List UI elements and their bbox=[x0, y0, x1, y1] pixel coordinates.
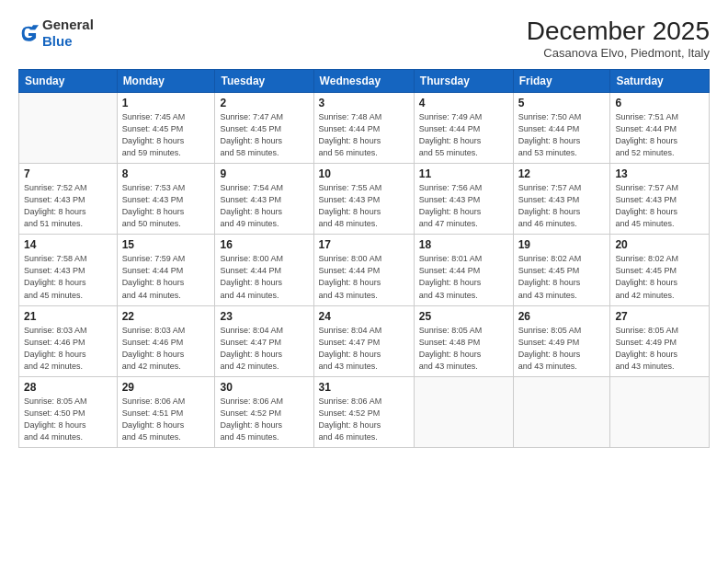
day-number: 6 bbox=[615, 97, 704, 109]
logo: General Blue bbox=[18, 17, 94, 50]
calendar-cell: 1Sunrise: 7:45 AM Sunset: 4:45 PM Daylig… bbox=[117, 93, 215, 164]
calendar-cell: 24Sunrise: 8:04 AM Sunset: 4:47 PM Dayli… bbox=[313, 305, 414, 376]
calendar-header-monday: Monday bbox=[117, 70, 215, 93]
day-number: 3 bbox=[319, 97, 409, 109]
day-number: 7 bbox=[24, 167, 112, 180]
calendar-header-friday: Friday bbox=[513, 70, 610, 93]
calendar-cell: 6Sunrise: 7:51 AM Sunset: 4:44 PM Daylig… bbox=[610, 93, 710, 164]
calendar-cell: 20Sunrise: 8:02 AM Sunset: 4:45 PM Dayli… bbox=[610, 235, 710, 305]
logo-blue: Blue bbox=[42, 33, 73, 49]
day-number: 15 bbox=[122, 238, 210, 251]
calendar-cell: 28Sunrise: 8:05 AM Sunset: 4:50 PM Dayli… bbox=[19, 376, 118, 447]
day-info: Sunrise: 8:06 AM Sunset: 4:51 PM Dayligh… bbox=[122, 396, 210, 443]
day-info: Sunrise: 7:55 AM Sunset: 4:43 PM Dayligh… bbox=[319, 182, 409, 230]
day-info: Sunrise: 8:02 AM Sunset: 4:45 PM Dayligh… bbox=[615, 253, 704, 301]
day-number: 25 bbox=[419, 310, 508, 323]
calendar-cell: 4Sunrise: 7:49 AM Sunset: 4:44 PM Daylig… bbox=[414, 93, 513, 164]
day-number: 31 bbox=[319, 381, 409, 394]
day-number: 9 bbox=[220, 167, 308, 180]
day-info: Sunrise: 8:05 AM Sunset: 4:49 PM Dayligh… bbox=[518, 325, 606, 373]
calendar-cell: 26Sunrise: 8:05 AM Sunset: 4:49 PM Dayli… bbox=[513, 305, 610, 376]
calendar-header-row: SundayMondayTuesdayWednesdayThursdayFrid… bbox=[19, 70, 710, 93]
day-number: 29 bbox=[122, 381, 210, 394]
calendar-header-wednesday: Wednesday bbox=[313, 70, 414, 93]
day-info: Sunrise: 8:03 AM Sunset: 4:46 PM Dayligh… bbox=[24, 325, 112, 373]
calendar-header-saturday: Saturday bbox=[610, 70, 710, 93]
day-info: Sunrise: 8:06 AM Sunset: 4:52 PM Dayligh… bbox=[319, 396, 409, 443]
day-number: 18 bbox=[419, 238, 508, 251]
day-number: 2 bbox=[220, 97, 308, 109]
page: General Blue December 2025 Casanova Elvo… bbox=[0, 0, 728, 563]
calendar-cell: 22Sunrise: 8:03 AM Sunset: 4:46 PM Dayli… bbox=[117, 305, 215, 376]
day-info: Sunrise: 8:06 AM Sunset: 4:52 PM Dayligh… bbox=[220, 396, 308, 443]
calendar-cell bbox=[610, 376, 710, 447]
day-info: Sunrise: 8:00 AM Sunset: 4:44 PM Dayligh… bbox=[319, 253, 409, 301]
calendar-week-5: 28Sunrise: 8:05 AM Sunset: 4:50 PM Dayli… bbox=[19, 376, 710, 447]
calendar-cell: 18Sunrise: 8:01 AM Sunset: 4:44 PM Dayli… bbox=[414, 235, 513, 305]
day-info: Sunrise: 7:48 AM Sunset: 4:44 PM Dayligh… bbox=[319, 111, 409, 159]
day-info: Sunrise: 7:52 AM Sunset: 4:43 PM Dayligh… bbox=[24, 182, 112, 230]
calendar-cell bbox=[414, 376, 513, 447]
calendar: SundayMondayTuesdayWednesdayThursdayFrid… bbox=[18, 69, 710, 448]
calendar-cell: 12Sunrise: 7:57 AM Sunset: 4:43 PM Dayli… bbox=[513, 164, 610, 235]
calendar-cell: 30Sunrise: 8:06 AM Sunset: 4:52 PM Dayli… bbox=[215, 376, 313, 447]
logo-text: General Blue bbox=[42, 17, 94, 50]
day-number: 27 bbox=[615, 310, 704, 323]
calendar-cell bbox=[19, 93, 118, 164]
day-info: Sunrise: 7:57 AM Sunset: 4:43 PM Dayligh… bbox=[518, 182, 606, 230]
calendar-cell: 14Sunrise: 7:58 AM Sunset: 4:43 PM Dayli… bbox=[19, 235, 118, 305]
day-number: 13 bbox=[615, 167, 704, 180]
day-info: Sunrise: 8:05 AM Sunset: 4:48 PM Dayligh… bbox=[419, 325, 508, 373]
day-number: 28 bbox=[24, 381, 112, 394]
location: Casanova Elvo, Piedmont, Italy bbox=[527, 46, 710, 60]
day-info: Sunrise: 8:05 AM Sunset: 4:50 PM Dayligh… bbox=[24, 396, 112, 443]
day-number: 11 bbox=[419, 167, 508, 180]
logo-general: General bbox=[42, 17, 94, 32]
day-info: Sunrise: 7:54 AM Sunset: 4:43 PM Dayligh… bbox=[220, 182, 308, 230]
day-number: 30 bbox=[220, 381, 308, 394]
calendar-cell: 16Sunrise: 8:00 AM Sunset: 4:44 PM Dayli… bbox=[215, 235, 313, 305]
calendar-cell: 8Sunrise: 7:53 AM Sunset: 4:43 PM Daylig… bbox=[117, 164, 215, 235]
day-number: 4 bbox=[419, 97, 508, 109]
day-number: 5 bbox=[518, 97, 606, 109]
calendar-cell: 15Sunrise: 7:59 AM Sunset: 4:44 PM Dayli… bbox=[117, 235, 215, 305]
calendar-cell: 27Sunrise: 8:05 AM Sunset: 4:49 PM Dayli… bbox=[610, 305, 710, 376]
day-number: 26 bbox=[518, 310, 606, 323]
day-info: Sunrise: 7:49 AM Sunset: 4:44 PM Dayligh… bbox=[419, 111, 508, 159]
calendar-header-sunday: Sunday bbox=[19, 70, 118, 93]
calendar-week-2: 7Sunrise: 7:52 AM Sunset: 4:43 PM Daylig… bbox=[19, 164, 710, 235]
day-info: Sunrise: 8:04 AM Sunset: 4:47 PM Dayligh… bbox=[319, 325, 409, 373]
calendar-header-thursday: Thursday bbox=[414, 70, 513, 93]
day-info: Sunrise: 8:02 AM Sunset: 4:45 PM Dayligh… bbox=[518, 253, 606, 301]
day-info: Sunrise: 7:56 AM Sunset: 4:43 PM Dayligh… bbox=[419, 182, 508, 230]
day-info: Sunrise: 8:04 AM Sunset: 4:47 PM Dayligh… bbox=[220, 325, 308, 373]
day-info: Sunrise: 7:47 AM Sunset: 4:45 PM Dayligh… bbox=[220, 111, 308, 159]
calendar-cell: 7Sunrise: 7:52 AM Sunset: 4:43 PM Daylig… bbox=[19, 164, 118, 235]
day-info: Sunrise: 7:53 AM Sunset: 4:43 PM Dayligh… bbox=[122, 182, 210, 230]
calendar-cell: 23Sunrise: 8:04 AM Sunset: 4:47 PM Dayli… bbox=[215, 305, 313, 376]
day-number: 23 bbox=[220, 310, 308, 323]
calendar-week-3: 14Sunrise: 7:58 AM Sunset: 4:43 PM Dayli… bbox=[19, 235, 710, 305]
calendar-cell: 2Sunrise: 7:47 AM Sunset: 4:45 PM Daylig… bbox=[215, 93, 313, 164]
day-number: 14 bbox=[24, 238, 112, 251]
day-number: 1 bbox=[122, 97, 210, 109]
title-block: December 2025 Casanova Elvo, Piedmont, I… bbox=[527, 17, 710, 60]
calendar-cell: 10Sunrise: 7:55 AM Sunset: 4:43 PM Dayli… bbox=[313, 164, 414, 235]
day-info: Sunrise: 7:45 AM Sunset: 4:45 PM Dayligh… bbox=[122, 111, 210, 159]
day-info: Sunrise: 8:05 AM Sunset: 4:49 PM Dayligh… bbox=[615, 325, 704, 373]
calendar-header-tuesday: Tuesday bbox=[215, 70, 313, 93]
calendar-cell: 21Sunrise: 8:03 AM Sunset: 4:46 PM Dayli… bbox=[19, 305, 118, 376]
logo-icon bbox=[18, 23, 39, 43]
calendar-cell: 17Sunrise: 8:00 AM Sunset: 4:44 PM Dayli… bbox=[313, 235, 414, 305]
day-number: 8 bbox=[122, 167, 210, 180]
calendar-cell: 3Sunrise: 7:48 AM Sunset: 4:44 PM Daylig… bbox=[313, 93, 414, 164]
day-info: Sunrise: 7:58 AM Sunset: 4:43 PM Dayligh… bbox=[24, 253, 112, 301]
calendar-cell: 5Sunrise: 7:50 AM Sunset: 4:44 PM Daylig… bbox=[513, 93, 610, 164]
calendar-cell: 25Sunrise: 8:05 AM Sunset: 4:48 PM Dayli… bbox=[414, 305, 513, 376]
day-info: Sunrise: 7:57 AM Sunset: 4:43 PM Dayligh… bbox=[615, 182, 704, 230]
day-info: Sunrise: 7:51 AM Sunset: 4:44 PM Dayligh… bbox=[615, 111, 704, 159]
calendar-cell: 29Sunrise: 8:06 AM Sunset: 4:51 PM Dayli… bbox=[117, 376, 215, 447]
day-info: Sunrise: 8:03 AM Sunset: 4:46 PM Dayligh… bbox=[122, 325, 210, 373]
calendar-cell: 19Sunrise: 8:02 AM Sunset: 4:45 PM Dayli… bbox=[513, 235, 610, 305]
day-number: 21 bbox=[24, 310, 112, 323]
